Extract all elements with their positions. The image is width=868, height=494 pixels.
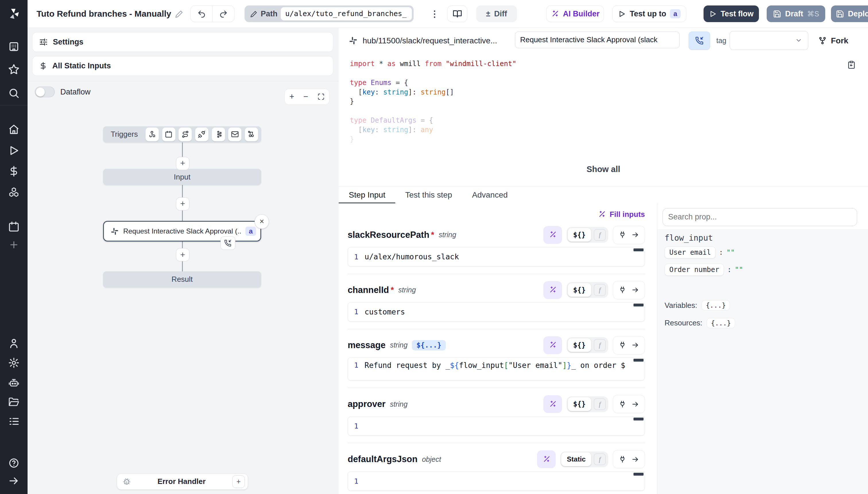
user-icon[interactable] — [7, 337, 20, 350]
editor-scrollbar[interactable] — [633, 304, 644, 306]
editor-scrollbar[interactable] — [633, 473, 644, 476]
javascript-mode-button[interactable]: f — [594, 454, 606, 465]
schedule-trigger-icon[interactable] — [162, 128, 175, 141]
http-route-trigger-icon[interactable] — [179, 128, 192, 141]
step-name-input[interactable] — [515, 32, 680, 48]
ai-builder-button[interactable]: AI Builder — [546, 5, 604, 22]
dataflow-toggle[interactable] — [35, 87, 55, 98]
template-mode-button[interactable]: ${} — [568, 338, 591, 352]
template-mode-button[interactable]: ${} — [568, 397, 591, 411]
variables-pill[interactable]: {...} — [702, 300, 730, 310]
home-icon[interactable] — [7, 123, 20, 136]
resources-boxes-icon[interactable] — [7, 186, 20, 199]
field-editor[interactable]: 1 — [348, 471, 645, 491]
template-mode-button[interactable]: ${} — [568, 228, 591, 242]
template-mode-button[interactable]: ${} — [568, 283, 591, 297]
ai-fill-button[interactable] — [537, 450, 556, 468]
editor-value[interactable]: u/alex/humorous_slack — [364, 252, 645, 261]
add-step-button[interactable]: + — [176, 157, 189, 170]
ai-fill-button[interactable] — [544, 226, 562, 244]
tab-test-this-step[interactable]: Test this step — [395, 186, 462, 204]
tab-advanced[interactable]: Advanced — [462, 186, 518, 204]
zoom-out-icon[interactable]: − — [303, 92, 308, 101]
help-icon[interactable] — [7, 456, 20, 470]
error-handler-node[interactable]: Error Handler + — [117, 474, 248, 490]
websocket-trigger-icon[interactable] — [195, 128, 209, 141]
email-trigger-icon[interactable] — [228, 128, 241, 141]
logs-list-icon[interactable] — [7, 415, 20, 428]
show-all-button[interactable]: Show all — [339, 165, 868, 174]
input-node[interactable]: Input — [103, 169, 261, 185]
flow-input-header[interactable]: flow_input — [665, 233, 713, 243]
editor-value[interactable]: customers — [364, 308, 645, 316]
favorites-star-icon[interactable] — [7, 63, 20, 76]
add-step-button[interactable]: + — [176, 197, 189, 210]
tag-select[interactable] — [730, 31, 808, 50]
javascript-mode-button[interactable]: f — [594, 398, 606, 410]
edit-title-pencil-icon[interactable] — [175, 10, 183, 18]
editor-scrollbar[interactable] — [633, 359, 644, 362]
save-draft-button[interactable]: Draft ⌘S — [767, 5, 825, 22]
windmill-logo[interactable] — [0, 0, 27, 27]
tab-step-input[interactable]: Step Input — [339, 186, 395, 204]
arrow-right-icon[interactable] — [631, 341, 639, 349]
javascript-mode-button[interactable]: f — [594, 339, 606, 351]
runs-play-icon[interactable] — [7, 144, 20, 157]
arrow-right-icon[interactable] — [631, 231, 639, 239]
arrow-right-icon[interactable] — [631, 286, 639, 294]
redo-button[interactable] — [212, 5, 234, 22]
flow-settings-button[interactable]: Settings — [32, 32, 333, 52]
ai-fill-button[interactable] — [544, 336, 562, 354]
copy-code-icon[interactable] — [847, 60, 856, 69]
result-node[interactable]: Result — [103, 271, 261, 287]
workers-robot-icon[interactable] — [7, 376, 20, 389]
fork-button[interactable]: Fork — [818, 27, 848, 54]
remove-step-button[interactable]: × — [255, 214, 269, 229]
add-plus-icon[interactable] — [7, 238, 20, 251]
approval-phone-badge[interactable] — [220, 236, 235, 250]
more-options-kebab-icon[interactable]: ⋮ — [428, 5, 442, 22]
zoom-in-icon[interactable]: + — [289, 92, 294, 101]
hub-script-path[interactable]: hub/11500/slack/request_interactive... — [349, 27, 515, 54]
path-group[interactable]: Path u/alex/tuto_refund_branches_ — [244, 5, 413, 22]
test-up-to-button[interactable]: Test up to a — [612, 5, 686, 22]
suspend-approval-button[interactable] — [689, 32, 710, 50]
ai-fill-button[interactable] — [544, 281, 562, 299]
folders-icon[interactable] — [7, 396, 20, 409]
deploy-button[interactable]: Deploy — [831, 5, 868, 22]
ai-fill-button[interactable] — [544, 395, 562, 413]
docs-book-button[interactable] — [447, 5, 467, 22]
editor-scrollbar[interactable] — [633, 248, 644, 251]
plug-icon[interactable] — [618, 231, 626, 239]
variables-dollar-icon[interactable] — [7, 165, 20, 178]
field-editor[interactable]: 1 u/alex/humorous_slack — [348, 247, 645, 267]
poll-trigger-icon[interactable] — [245, 128, 258, 141]
all-static-inputs-button[interactable]: All Static Inputs — [32, 56, 333, 76]
fill-inputs-button[interactable]: Fill inputs — [598, 210, 645, 219]
field-editor[interactable]: 1 Refund request by _${flow_input["User … — [348, 357, 645, 381]
test-flow-button[interactable]: Test flow — [704, 5, 759, 22]
apps-icon[interactable] — [7, 40, 20, 53]
field-editor[interactable]: 1 customers — [348, 302, 645, 322]
javascript-mode-button[interactable]: f — [594, 229, 606, 241]
arrow-right-icon[interactable] — [631, 456, 639, 463]
add-error-handler-button[interactable]: + — [232, 475, 245, 488]
diff-button[interactable]: ± Diff — [476, 5, 517, 22]
schedules-calendar-icon[interactable] — [7, 220, 20, 233]
editor-scrollbar[interactable] — [633, 418, 644, 420]
plug-icon[interactable] — [618, 341, 626, 349]
collapse-arrow-icon[interactable] — [7, 474, 20, 488]
triggers-bar[interactable]: Triggers — [103, 126, 261, 142]
add-step-button[interactable]: + — [176, 248, 189, 261]
arrow-right-icon[interactable] — [631, 400, 639, 408]
search-icon[interactable] — [7, 87, 20, 100]
plug-icon[interactable] — [618, 456, 626, 463]
undo-button[interactable] — [191, 5, 212, 22]
search-prop-input[interactable] — [663, 208, 857, 226]
field-editor[interactable]: 1 — [348, 416, 645, 436]
webhook-trigger-icon[interactable] — [145, 128, 159, 141]
path-value[interactable]: u/alex/tuto_refund_branches_ — [281, 7, 412, 20]
resources-pill[interactable]: {...} — [707, 318, 735, 328]
prop-pill[interactable]: User email — [665, 246, 715, 259]
editor-value[interactable]: Refund request by _${flow_input["User em… — [364, 361, 645, 369]
